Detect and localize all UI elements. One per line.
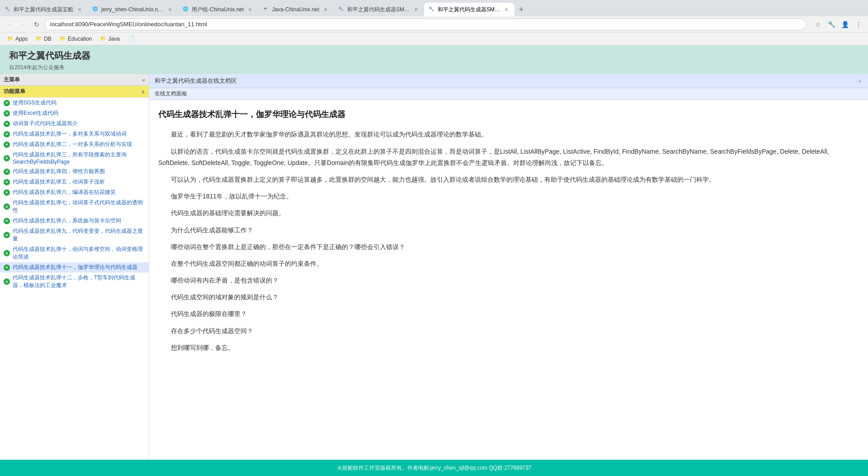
bookmarks-bar: 📁 Apps 📁 DB 📁 Education 📁 Java 📄 [0,33,868,45]
education-label: Education [68,36,92,42]
tab-3[interactable]: 🌐 用户组-ChinaUnix.net × [178,3,258,16]
sidebar-item-plus-icon [4,218,10,224]
sidebar-function-menu-label: 功能菜单 [4,88,25,95]
page-header: 和平之翼代码生成器 自2014年起为公众服务 [0,45,868,74]
sidebar-item[interactable]: 代码生成器技术乱弹七，动词算子式代码生成器的透明性 [0,198,149,216]
sidebar-item-label: 代码生成器技术乱弹十二，步枪，T型车到代码生成器，模板法的工业魔术 [13,274,145,289]
sidebar-item[interactable]: 代码生成器技术乱弹十一，伽罗华理论与代码生成器 [0,262,149,273]
java-label: Java [108,36,119,42]
content-doc-area-label: 和平之翼代码生成器在线文档区 [155,77,237,85]
menu-button[interactable]: ⋮ [853,19,864,30]
browser-frame: 🔧 和平之翼代码生成器宝船 × 🌐 jerry_shen-ChinaUnix.n… [0,0,868,476]
content-header: 和平之翼代码生成器在线文档区 » [149,74,868,88]
tab-3-close[interactable]: × [246,6,254,13]
misc-file-icon: 📄 [128,36,134,42]
sidebar-item-plus-icon [4,232,10,238]
tab-2-favicon: 🌐 [92,6,99,13]
education-folder-icon: 📁 [60,36,66,42]
tab-2[interactable]: 🌐 jerry_shen-ChinaUnix.ne... × [88,3,178,16]
tab-5-close[interactable]: × [412,6,420,13]
tab-2-title: jerry_shen-ChinaUnix.ne... [101,6,164,13]
new-tab-button[interactable]: + [514,3,528,16]
sidebar-item-plus-icon [4,141,10,148]
back-button[interactable]: ← [4,19,15,30]
sidebar-item-plus-icon [4,203,10,210]
sidebar-item-label: 代码生成器技术乱弹一，多对多关系与双域动词 [13,130,127,138]
tab-1[interactable]: 🔧 和平之翼代码生成器宝船 × [0,3,88,16]
bookmark-education[interactable]: 📁 Education [56,34,95,44]
address-bar[interactable]: localhost:8090/PeaceWingSMEU/onlinedoc/l… [44,19,807,30]
tab-3-favicon: 🌐 [183,6,189,13]
bookmark-star-button[interactable]: ☆ [812,19,824,30]
sidebar-item-label: 代码生成器技术乱弹四，弹性方能界围 [13,168,105,175]
article-paragraph: 哪些动词有内在矛盾，是包含错误的？ [158,275,859,286]
sidebar-function-menu-collapse-button[interactable]: ∧ [141,89,145,95]
article-paragraph: 为什么代码生成器能够工作？ [158,225,859,236]
content-body: 代码生成器技术乱弹十一，伽罗华理论与代码生成器 最近，看到了最悲剧的天才数学家伽… [149,100,868,460]
sidebar-item[interactable]: 代码生成器技术乱弹二，一对多关系的分析与实现 [0,139,149,150]
tab-1-close[interactable]: × [76,6,83,13]
sidebar-main-menu-label: 主菜单 [4,76,20,84]
sidebar-item-label: 代码生成器技术乱弹八，系统族与笛卡尔空间 [13,217,121,225]
sidebar-item-label: 代码生成器技术乱弹七，动词算子式代码生成器的透明性 [13,199,145,214]
article-title: 代码生成器技术乱弹十一，伽罗华理论与代码生成器 [158,107,859,122]
sidebar-item[interactable]: 代码生成器技术乱弹一，多对多关系与双域动词 [0,129,149,139]
tab-6[interactable]: 🔧 和平之翼代码生成器SME... × [424,3,514,16]
sidebar-item-label: 使用SGS生成代码 [13,99,57,107]
tab-6-favicon: 🔧 [429,6,435,13]
tab-2-close[interactable]: × [166,6,174,13]
sidebar-item[interactable]: 动词算子式代码生成器简介 [0,118,149,129]
sidebar-item-plus-icon [4,131,10,137]
article-paragraph: 以群论的语言，代码生成笛卡尔空间就是代码生成置换群，定义在此群上的算子不是四则混… [158,146,859,169]
article-paragraph: 代码生成器的极限在哪里？ [158,308,859,320]
sidebar-item[interactable]: 代码生成器技术乱弹十二，步枪，T型车到代码生成器，模板法的工业魔术 [0,273,149,291]
page-subtitle: 自2014年起为公众服务 [9,64,859,71]
sidebar-item[interactable]: 使用SGS生成代码 [0,98,149,108]
address-text: localhost:8090/PeaceWingSMEU/onlinedoc/l… [50,21,801,28]
bookmark-java[interactable]: 📁 Java [96,34,123,44]
sidebar-item-plus-icon [4,155,10,161]
sidebar-item[interactable]: 代码生成器技术乱弹八，系统族与笛卡尔空间 [0,216,149,226]
sidebar-collapse-button[interactable]: « [142,77,145,83]
tab-4-favicon: ☕ [263,6,269,13]
sidebar-item[interactable]: 代码生成器技术乱弹三，所有字段搜索的主查询SearchByFieldsByPag… [0,150,149,166]
sidebar-item-plus-icon [4,264,10,271]
sidebar-item[interactable]: 代码生成器技术乱弹九，代码变变变，代码生成器之度量 [0,226,149,244]
forward-button[interactable]: → [17,19,29,30]
content-sub-header: 在线文档面板 [149,88,868,100]
account-button[interactable]: 👤 [839,19,851,30]
bookmark-db[interactable]: 📁 DB [32,34,55,44]
article-paragraph: 在整个代码生成器空间都正确的动词算子的约束条件。 [158,258,859,269]
sidebar-item-plus-icon [4,110,10,117]
sidebar-item[interactable]: 使用Excel生成代码 [0,108,149,118]
bookmark-apps[interactable]: 📁 Apps [4,34,31,44]
footer: 火箭船软件工作室版权所有。作者电邮:jerry_shen_sjf@qq.com … [0,460,868,476]
article-paragraphs: 最近，看到了最悲剧的天才数学家伽罗华的际遇及其群论的思想。发现群论可以成为代码生… [158,129,859,353]
article-paragraph: 可以认为，代码生成器置换群上定义的算子即运算越多，此置换群的空间越大，能力也越强… [158,174,859,185]
sidebar-item-label: 代码生成器技术乱弹十一，伽罗华理论与代码生成器 [13,264,137,271]
extension-button[interactable]: 🔧 [826,19,837,30]
sidebar-item-label: 代码生成器技术乱弹三，所有字段搜索的主查询SearchByFieldsByPag… [13,151,145,165]
sidebar-item-plus-icon [4,278,10,285]
plus-icon: + [519,5,524,14]
sidebar-item[interactable]: 代码生成器技术乱弹十，动词与多维空间，动词变格理论简述 [0,244,149,262]
sidebar-item-plus-icon [4,121,10,127]
tab-5[interactable]: 🔧 和平之翼代码生成器SME... × [334,3,424,16]
content-right-collapse-button[interactable]: » [856,79,863,84]
tab-4[interactable]: ☕ Java-ChinaUnix.net × [258,3,334,16]
content-area: 和平之翼代码生成器在线文档区 » 在线文档面板 代码生成器技术乱弹十一，伽罗华理… [149,74,868,460]
tab-bar: 🔧 和平之翼代码生成器宝船 × 🌐 jerry_shen-ChinaUnix.n… [0,0,868,16]
sidebar-item[interactable]: 代码生成器技术乱弹六，编译器在拈花微笑 [0,187,149,198]
sidebar-item-label: 动词算子式代码生成器简介 [13,120,78,127]
article-paragraph: 伽罗华生于1811年，故以乱弹十一为纪念。 [158,191,859,202]
tab-4-close[interactable]: × [322,6,329,13]
tab-6-close[interactable]: × [503,6,510,13]
bookmark-misc[interactable]: 📄 [124,34,138,44]
sidebar-item[interactable]: 代码生成器技术乱弹五，动词算子浅析 [0,177,149,187]
sidebar-item[interactable]: 代码生成器技术乱弹四，弹性方能界围 [0,166,149,177]
sidebar-item-plus-icon [4,179,10,185]
db-label: DB [44,36,52,42]
sidebar-item-label: 代码生成器技术乱弹二，一对多关系的分析与实现 [13,141,132,148]
footer-text: 火箭船软件工作室版权所有。作者电邮:jerry_shen_sjf@qq.com … [337,464,532,472]
reload-button[interactable]: ↻ [31,19,42,30]
